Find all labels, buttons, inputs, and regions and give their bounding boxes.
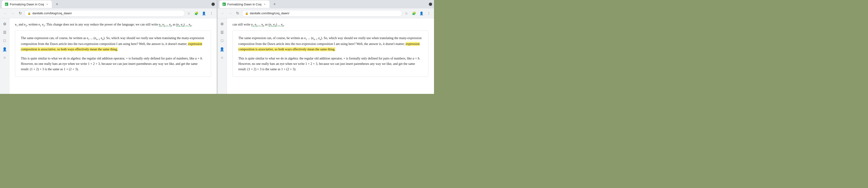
extension-button-left[interactable]: 🧩: [193, 10, 200, 16]
bookmark-button-right[interactable]: ☆: [403, 10, 410, 16]
top-text-period-right: .: [284, 23, 285, 26]
menu-button-right[interactable]: ⋮: [426, 10, 432, 16]
highlighted-text-left: expression composition is associative, s…: [21, 42, 202, 51]
top-text-right: can still write e1 e2 ... en as (e1 e2) …: [232, 22, 429, 28]
title-bar-controls-left: [212, 3, 215, 6]
top-text-truncated-left: e1 and e2, written e1 e2. This change do…: [15, 23, 159, 26]
title-bar-controls-right: [429, 3, 432, 6]
sidebar-icon-menu-right[interactable]: ☰: [218, 29, 226, 36]
article-box-right: The same expression can, of course, be w…: [232, 30, 429, 77]
article-box-left: The same expression can, of course, be w…: [15, 30, 211, 77]
tab-right[interactable]: G Formalizing Dawn in Coq ×: [219, 0, 270, 8]
sidebar-icon-menu-left[interactable]: ☰: [1, 29, 8, 36]
refresh-button-right[interactable]: ↻: [235, 10, 241, 16]
title-bar-close-dot-right[interactable]: [429, 3, 432, 6]
top-text-prefix-right: can still write: [232, 23, 251, 26]
page-content-right: can still write e1 e2 ... en as (e1 e2) …: [227, 18, 434, 80]
article-para1-left: The same expression can, of course, be w…: [21, 35, 205, 52]
sidebar-icon-user-right[interactable]: 👤: [218, 45, 226, 53]
url-bar-left[interactable]: 🔒 danilafe.com/blog/coq_dawn/: [24, 10, 185, 16]
top-text-period-left: .: [191, 23, 192, 26]
browser-window-left: G Formalizing Dawn in Coq × + ← → ↻ 🔒 da…: [0, 0, 217, 94]
sidebar-icon-page-right[interactable]: □: [218, 37, 226, 44]
top-text-as-left: as: [172, 23, 176, 26]
top-text-left: e1 and e2, written e1 e2. This change do…: [15, 22, 211, 28]
refresh-button-left[interactable]: ↻: [17, 10, 24, 16]
forward-button-left[interactable]: →: [9, 10, 16, 16]
page-content-left: e1 and e2, written e1 e2. This change do…: [9, 18, 217, 80]
sidebar-icon-settings-right[interactable]: ⚙: [218, 20, 226, 28]
content-area-right: ⚙ ☰ □ 👤 ○ can still write e1 e2 ... en a…: [218, 18, 434, 94]
article-para2-left: This is quite similar to what we do in a…: [21, 56, 205, 72]
url-text-left: danilafe.com/blog/coq_dawn/: [32, 11, 182, 15]
sidebar-right: ⚙ ☰ □ 👤 ○: [218, 18, 227, 94]
url-lock-icon-left: 🔒: [27, 12, 31, 15]
content-area-left: ⚙ ☰ □ 👤 ○ e1 and e2, written e1 e2. This…: [0, 18, 217, 94]
tab-close-left[interactable]: ×: [45, 2, 49, 6]
top-text-highlighted-left: e1 e2 ... en: [159, 23, 172, 26]
address-bar-right: ← → ↻ 🔒 danilafe.com/blog/coq_dawn/ ☆ 🧩 …: [218, 8, 434, 18]
sidebar-icon-user-left[interactable]: 👤: [1, 45, 8, 53]
sidebar-icon-circle-left[interactable]: ○: [1, 54, 8, 61]
new-tab-button-left[interactable]: +: [54, 1, 60, 7]
top-text-as-right: as: [264, 23, 269, 26]
article-para2-right: This is quite similar to what we do in a…: [239, 56, 423, 72]
top-text-paren-left: (e1 e2) ... en: [176, 23, 192, 26]
forward-button-right[interactable]: →: [227, 10, 234, 16]
tab-close-right[interactable]: ×: [263, 2, 267, 6]
account-button-left[interactable]: 👤: [201, 10, 207, 16]
top-text-paren-right: (e1 e2) ... en: [269, 23, 284, 26]
bookmark-button-left[interactable]: ☆: [186, 10, 192, 16]
sidebar-left: ⚙ ☰ □ 👤 ○: [0, 18, 9, 94]
article-para1-right: The same expression can, of course, be w…: [239, 35, 423, 52]
extension-button-right[interactable]: 🧩: [410, 10, 417, 16]
highlighted-text-right: expression composition is associative, s…: [239, 42, 420, 51]
tab-title-right: Formalizing Dawn in Coq: [227, 3, 261, 6]
tab-title-left: Formalizing Dawn in Coq: [10, 3, 44, 6]
new-tab-button-right[interactable]: +: [271, 1, 278, 7]
tab-left[interactable]: G Formalizing Dawn in Coq ×: [2, 0, 52, 8]
url-bar-right[interactable]: 🔒 danilafe.com/blog/coq_dawn/: [242, 10, 402, 16]
browser-window-right: G Formalizing Dawn in Coq × + ← → ↻ 🔒 da…: [218, 0, 434, 94]
svg-text:G: G: [5, 3, 7, 6]
top-text-seq-right: e1 e2 ... en: [251, 23, 264, 26]
title-bar-close-dot-left[interactable]: [212, 3, 215, 6]
title-bar-right: G Formalizing Dawn in Coq × +: [218, 0, 434, 8]
sidebar-icon-circle-right[interactable]: ○: [218, 54, 226, 61]
title-bar-left: G Formalizing Dawn in Coq × +: [0, 0, 217, 8]
back-button-right[interactable]: ←: [219, 10, 226, 16]
svg-text:G: G: [223, 3, 224, 6]
tab-favicon-left: G: [5, 2, 8, 6]
sidebar-icon-page-left[interactable]: □: [1, 37, 8, 44]
url-lock-icon-right: 🔒: [245, 12, 249, 15]
address-bar-left: ← → ↻ 🔒 danilafe.com/blog/coq_dawn/ ☆ 🧩 …: [0, 8, 217, 18]
menu-button-left[interactable]: ⋮: [208, 10, 215, 16]
url-text-right: danilafe.com/blog/coq_dawn/: [250, 11, 399, 15]
account-button-right[interactable]: 👤: [418, 10, 425, 16]
back-button-left[interactable]: ←: [2, 10, 8, 16]
sidebar-icon-settings-left[interactable]: ⚙: [1, 20, 8, 28]
tab-favicon-right: G: [222, 2, 226, 6]
main-content-left[interactable]: e1 and e2, written e1 e2. This change do…: [9, 18, 217, 94]
main-content-right[interactable]: can still write e1 e2 ... en as (e1 e2) …: [227, 18, 434, 94]
